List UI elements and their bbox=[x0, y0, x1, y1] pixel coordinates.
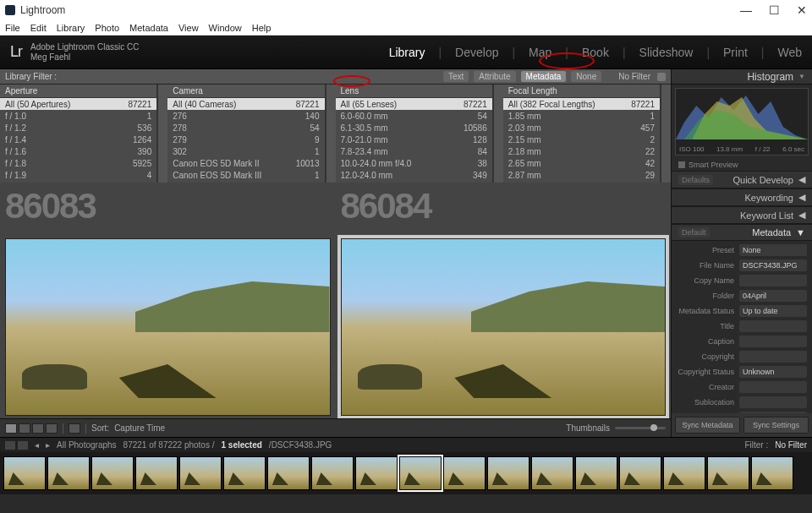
filmstrip-thumb[interactable] bbox=[135, 456, 178, 490]
sync-settings-button[interactable]: Sync Settings bbox=[743, 417, 809, 434]
metadata-value[interactable] bbox=[739, 320, 807, 332]
panel-header[interactable]: DefaultsQuick Develop◀ bbox=[672, 171, 812, 188]
column-scrollbar[interactable] bbox=[493, 85, 503, 183]
menu-edit[interactable]: Edit bbox=[30, 23, 47, 33]
filter-none[interactable]: None bbox=[571, 71, 601, 82]
maximize-button[interactable]: ☐ bbox=[769, 3, 780, 17]
filter-row[interactable]: All (382 Focal Lengths)87221 bbox=[503, 98, 660, 110]
sort-value[interactable]: Capture Time bbox=[114, 423, 165, 433]
histogram[interactable]: ISO 100 13.8 mm f / 22 6.0 sec bbox=[675, 88, 809, 156]
loupe-view-icon[interactable] bbox=[19, 423, 30, 434]
painter-icon[interactable] bbox=[69, 423, 80, 434]
filmstrip-thumb[interactable] bbox=[223, 456, 266, 490]
filter-row[interactable]: 276140 bbox=[167, 110, 324, 122]
module-slideshow[interactable]: Slideshow bbox=[639, 46, 694, 59]
preset-value[interactable]: None bbox=[739, 244, 807, 256]
histogram-header[interactable]: Histogram▼ bbox=[672, 69, 812, 85]
filmstrip-thumb[interactable] bbox=[311, 456, 354, 490]
thumbnail-size-slider[interactable] bbox=[615, 427, 666, 429]
panel-header[interactable]: DefaultMetadata▼ bbox=[672, 224, 812, 241]
panel-header[interactable]: Keyword List◀ bbox=[672, 206, 812, 224]
thumbnail-cell[interactable]: 86084 bbox=[336, 183, 672, 418]
filmstrip-thumb[interactable] bbox=[399, 456, 442, 490]
filter-row[interactable]: Canon EOS 5D Mark III1 bbox=[167, 169, 324, 181]
filter-row[interactable]: f / 1.85925 bbox=[0, 157, 156, 169]
filter-metadata[interactable]: Metadata bbox=[521, 71, 567, 82]
grid-icon[interactable] bbox=[18, 441, 28, 450]
thumbnail-cell[interactable]: 86083 bbox=[0, 183, 336, 418]
filter-row[interactable]: 6.1-30.5 mm10586 bbox=[336, 122, 492, 134]
filter-row[interactable]: 2.65 mm42 bbox=[503, 157, 660, 169]
close-button[interactable]: ✕ bbox=[797, 3, 807, 17]
menu-help[interactable]: Help bbox=[252, 23, 272, 33]
filter-row[interactable]: 1.85 mm1 bbox=[503, 110, 660, 122]
second-monitor-icon[interactable] bbox=[5, 441, 15, 450]
minimize-button[interactable]: — bbox=[740, 3, 752, 17]
filter-row[interactable]: f / 1.01 bbox=[0, 110, 156, 122]
filmstrip-thumb[interactable] bbox=[707, 456, 749, 490]
column-scrollbar[interactable] bbox=[661, 85, 671, 183]
module-book[interactable]: Book bbox=[582, 46, 609, 59]
grid-view-icon[interactable] bbox=[5, 423, 17, 434]
metadata-value[interactable] bbox=[739, 336, 807, 347]
compare-view-icon[interactable] bbox=[32, 423, 44, 434]
menu-library[interactable]: Library bbox=[57, 23, 85, 33]
filmstrip-thumb[interactable] bbox=[487, 456, 529, 490]
filmstrip-thumb[interactable] bbox=[575, 456, 617, 490]
metadata-value[interactable] bbox=[739, 351, 807, 363]
column-header[interactable]: Lens bbox=[336, 85, 492, 98]
filter-preset[interactable]: No Filter bbox=[618, 72, 650, 81]
column-header[interactable]: Focal Length bbox=[503, 85, 660, 98]
thumbnail-image-selected[interactable] bbox=[341, 238, 667, 416]
metadata-value[interactable]: Up to date bbox=[739, 305, 807, 317]
metadata-value[interactable]: DSCF3438.JPG bbox=[739, 259, 807, 271]
filmstrip-thumb[interactable] bbox=[751, 456, 793, 490]
filmstrip-thumb[interactable] bbox=[267, 456, 310, 490]
column-header[interactable]: Aperture bbox=[0, 85, 156, 98]
filmstrip-thumb[interactable] bbox=[179, 456, 222, 490]
grid-view[interactable]: 86083 86084 bbox=[0, 183, 671, 418]
filter-row[interactable]: 2.03 mm457 bbox=[503, 122, 660, 134]
filmstrip-thumb[interactable] bbox=[443, 456, 486, 490]
filter-row[interactable]: 2.18 mm22 bbox=[503, 145, 660, 157]
filmstrip[interactable] bbox=[0, 452, 812, 494]
panel-header[interactable]: Keywording◀ bbox=[672, 188, 812, 206]
filter-row[interactable]: All (40 Cameras)87221 bbox=[167, 98, 324, 110]
filter-row[interactable]: 7.0-21.0 mm128 bbox=[336, 134, 492, 145]
module-develop[interactable]: Develop bbox=[455, 46, 498, 59]
filmstrip-thumb[interactable] bbox=[47, 456, 90, 490]
filmstrip-thumb[interactable] bbox=[355, 456, 398, 490]
menu-metadata[interactable]: Metadata bbox=[129, 23, 168, 33]
filter-row[interactable]: 2799 bbox=[167, 134, 324, 145]
filter-row[interactable]: Canon EOS 5D Mark II10013 bbox=[167, 157, 324, 169]
sync-metadata-button[interactable]: Sync Metadata bbox=[675, 417, 740, 434]
column-header[interactable]: Camera bbox=[167, 85, 324, 98]
filmstrip-filter-value[interactable]: No Filter bbox=[775, 440, 807, 450]
filter-row[interactable]: f / 1.94 bbox=[0, 169, 156, 181]
filmstrip-thumb[interactable] bbox=[663, 456, 705, 490]
menu-photo[interactable]: Photo bbox=[95, 23, 119, 33]
filter-row[interactable]: 2.15 mm2 bbox=[503, 134, 660, 145]
filmstrip-thumb[interactable] bbox=[619, 456, 661, 490]
filter-row[interactable]: f / 1.2536 bbox=[0, 122, 156, 134]
module-map[interactable]: Map bbox=[529, 46, 551, 59]
column-scrollbar[interactable] bbox=[157, 85, 167, 183]
filter-lock-icon[interactable] bbox=[657, 73, 666, 81]
filter-row[interactable]: 27854 bbox=[167, 122, 324, 134]
metadata-value[interactable] bbox=[739, 381, 807, 393]
filter-row[interactable]: 12.0-24.0 mm349 bbox=[336, 169, 492, 181]
filter-row[interactable]: 6.0-60.0 mm54 bbox=[336, 110, 492, 122]
filter-row[interactable]: 7.8-23.4 mm84 bbox=[336, 145, 492, 157]
menu-view[interactable]: View bbox=[178, 23, 199, 33]
thumbnail-image[interactable] bbox=[5, 238, 331, 416]
filter-row[interactable]: All (50 Apertures)87221 bbox=[0, 98, 156, 110]
column-scrollbar[interactable] bbox=[326, 85, 336, 183]
filmstrip-thumb[interactable] bbox=[3, 456, 46, 490]
metadata-value[interactable]: Unknown bbox=[739, 366, 807, 378]
filter-row[interactable]: f / 1.6390 bbox=[0, 145, 156, 157]
filter-row[interactable]: 2.87 mm29 bbox=[503, 169, 660, 181]
filter-row[interactable]: 3021 bbox=[167, 145, 324, 157]
module-web[interactable]: Web bbox=[777, 46, 802, 59]
survey-view-icon[interactable] bbox=[46, 423, 58, 434]
metadata-value[interactable]: 04April bbox=[739, 290, 807, 302]
